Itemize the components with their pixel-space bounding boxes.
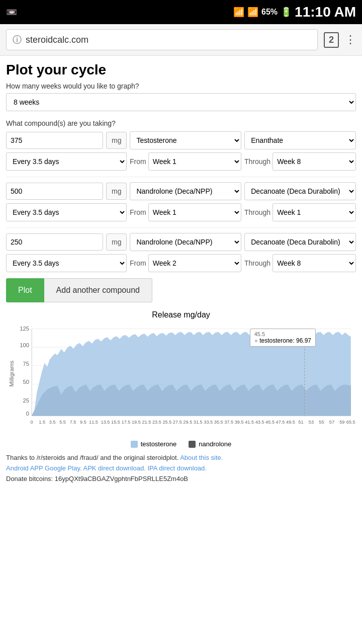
svg-text:25: 25 xyxy=(23,397,30,404)
compound-2-type-select[interactable]: Testosterone Nandrolone (Deca/NPP) Trenb… xyxy=(130,182,241,200)
svg-text:25.5: 25.5 xyxy=(162,420,171,425)
compound-1-freq-select[interactable]: Every 3.5 days Every day Every 2 days Ev… xyxy=(6,152,127,171)
compound-3-through-select[interactable]: Week 1 Week 8 xyxy=(273,254,356,272)
compound-2-from-label: From xyxy=(130,208,146,216)
footer-about-link[interactable]: About this site. xyxy=(180,454,223,461)
svg-text:100: 100 xyxy=(20,342,29,348)
compound-2-through-label: Through xyxy=(244,208,270,216)
compound-1-type-select[interactable]: Testosterone Nandrolone (Deca/NPP) Trenb… xyxy=(130,131,241,149)
donate-text: Donate bitcoins: 16ypQXt9aCBGAZVgphtnFbP… xyxy=(6,475,356,482)
svg-text:7.5: 7.5 xyxy=(70,420,76,425)
svg-text:39.5: 39.5 xyxy=(235,420,244,425)
svg-text:1.5: 1.5 xyxy=(39,420,45,425)
legend-item-testosterone: testosterone xyxy=(131,440,177,448)
compound-2-mg-input[interactable] xyxy=(6,183,103,200)
compound-2-from-select[interactable]: Week 1 Week 2 xyxy=(148,203,241,221)
svg-text:51: 51 xyxy=(298,420,303,425)
chart-container: Release mg/day 45.5 ● testosterone: 96.9… xyxy=(6,310,356,434)
legend-color-nandrolone xyxy=(189,441,196,448)
compound-block-2: mg Testosterone Nandrolone (Deca/NPP) Tr… xyxy=(6,182,356,221)
svg-text:21.5: 21.5 xyxy=(142,420,151,425)
cassette-icon: 📼 xyxy=(6,7,17,18)
svg-text:33.5: 33.5 xyxy=(204,420,213,425)
compound-3-through-group: Through Week 1 Week 8 xyxy=(244,254,356,272)
compound-3-through-label: Through xyxy=(244,259,270,267)
svg-text:13.5: 13.5 xyxy=(101,420,110,425)
ipa-download-link[interactable]: IPA direct download. xyxy=(147,464,207,472)
add-compound-button[interactable]: Add another compound xyxy=(44,278,152,302)
compound-3-type-select[interactable]: Testosterone Nandrolone (Deca/NPP) Trenb… xyxy=(130,233,241,251)
compound-3-mg-input[interactable] xyxy=(6,233,103,251)
svg-text:29.5: 29.5 xyxy=(183,420,192,425)
svg-text:37.5: 37.5 xyxy=(224,420,233,425)
compound-3-from-group: From Week 1 Week 2 xyxy=(130,254,241,272)
button-row: Plot Add another compound xyxy=(6,278,356,302)
compound-2-ester-select[interactable]: Decanoate (Deca Durabolin) Enanthate Phe… xyxy=(244,182,356,200)
svg-text:5.5: 5.5 xyxy=(59,420,66,425)
svg-text:Milligrams: Milligrams xyxy=(9,360,15,386)
status-bar-right: 📶 📶 65% 🔋 11:10 AM xyxy=(233,4,356,20)
footer-thanks: Thanks to /r/steroids and /fraud/ and th… xyxy=(6,454,356,461)
compound-3-mg-unit: mg xyxy=(106,233,127,251)
compound-1-through-select[interactable]: Week 1 Week 4 Week 8 Week 12 xyxy=(273,152,356,171)
compound-3-from-label: From xyxy=(130,259,146,267)
browser-actions: 2 ⋮ xyxy=(324,32,356,48)
compound-2-from-group: From Week 1 Week 2 xyxy=(130,203,241,221)
main-content: Plot your cycle How many weeks would you… xyxy=(0,56,362,489)
compound-2-freq-select[interactable]: Every 3.5 days Every day Every 7 days xyxy=(6,203,127,221)
svg-text:55: 55 xyxy=(319,420,324,425)
legend-label-nandrolone: nandrolone xyxy=(199,440,231,448)
svg-text:23.5: 23.5 xyxy=(152,420,161,425)
svg-text:19.5: 19.5 xyxy=(132,420,141,425)
compound-1-from-select[interactable]: Week 1 Week 2 Week 3 xyxy=(148,152,241,171)
compound-1-mg-input[interactable] xyxy=(6,132,103,149)
compound-row-3-top: mg Testosterone Nandrolone (Deca/NPP) Tr… xyxy=(6,233,356,251)
plot-button[interactable]: Plot xyxy=(6,278,44,302)
compound-3-freq-select[interactable]: Every 3.5 days Every day Every 7 days xyxy=(6,254,127,272)
apk-direct-link[interactable]: APK direct download. xyxy=(83,464,145,472)
compound-1-from-group: From Week 1 Week 2 Week 3 xyxy=(130,152,241,171)
compound-2-mg-unit: mg xyxy=(106,183,127,200)
svg-text:47.5: 47.5 xyxy=(276,420,285,425)
svg-text:50: 50 xyxy=(23,379,30,385)
compound-row-2-top: mg Testosterone Nandrolone (Deca/NPP) Tr… xyxy=(6,182,356,200)
svg-text:49.5: 49.5 xyxy=(286,420,295,425)
svg-text:0: 0 xyxy=(31,420,33,425)
compound-3-from-select[interactable]: Week 1 Week 2 xyxy=(148,254,241,272)
tab-count[interactable]: 2 xyxy=(324,32,339,48)
svg-text:43.5: 43.5 xyxy=(255,420,264,425)
separator-2 xyxy=(6,227,356,228)
compounds-label: What compound(s) are you taking? xyxy=(6,119,356,127)
battery-text: 65% xyxy=(261,8,278,17)
wifi-icon: 📶 xyxy=(233,7,244,18)
compound-1-mg-unit: mg xyxy=(106,132,127,149)
compound-row-1-bottom: Every 3.5 days Every day Every 2 days Ev… xyxy=(6,152,356,171)
compound-row-1-top: mg Testosterone Nandrolone (Deca/NPP) Tr… xyxy=(6,131,356,149)
compound-row-3-bottom: Every 3.5 days Every day Every 7 days Fr… xyxy=(6,254,356,272)
legend-label-testosterone: testosterone xyxy=(141,440,177,448)
svg-point-14 xyxy=(302,331,307,336)
info-icon: ⓘ xyxy=(13,34,22,46)
compound-1-ester-select[interactable]: Enanthate Cypionate Propionate xyxy=(244,131,356,149)
menu-button[interactable]: ⋮ xyxy=(345,33,356,46)
android-app-link[interactable]: Android APP Google Play. xyxy=(6,464,82,472)
chart-area: 45.5 ● testosterone: 96.97 0 25 5 xyxy=(6,324,356,434)
svg-text:57: 57 xyxy=(329,420,334,425)
weeks-select[interactable]: 4 weeks 6 weeks 8 weeks 10 weeks 12 week… xyxy=(6,93,356,111)
battery-icon: 🔋 xyxy=(281,7,292,18)
svg-text:53: 53 xyxy=(309,420,314,425)
svg-text:0: 0 xyxy=(26,411,29,417)
compound-block-1: mg Testosterone Nandrolone (Deca/NPP) Tr… xyxy=(6,131,356,171)
compound-3-ester-select[interactable]: Decanoate (Deca Durabolin) Enanthate Phe… xyxy=(244,233,356,251)
status-bar-left: 📼 xyxy=(6,7,17,18)
svg-text:45.5: 45.5 xyxy=(265,420,275,425)
page-title: Plot your cycle xyxy=(6,62,356,78)
compound-2-through-select[interactable]: Week 1 Week 8 xyxy=(273,203,356,221)
svg-text:17.5: 17.5 xyxy=(122,420,131,425)
svg-text:11.5: 11.5 xyxy=(89,420,98,425)
compound-1-from-label: From xyxy=(130,157,146,166)
compound-1-through-label: Through xyxy=(244,157,270,166)
url-bar[interactable]: ⓘ steroidcalc.com xyxy=(6,29,318,50)
svg-text:75: 75 xyxy=(23,361,30,367)
svg-text:9.5: 9.5 xyxy=(80,420,86,425)
